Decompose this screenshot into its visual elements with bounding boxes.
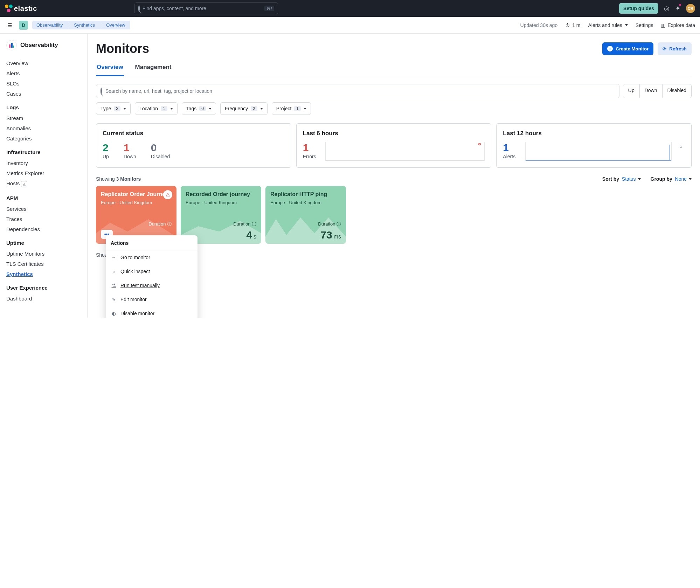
global-search[interactable]: Find apps, content, and more. ⌘/ (134, 2, 278, 14)
create-monitor-button[interactable]: + Create Monitor (602, 42, 653, 55)
monitor-search-input[interactable]: Search by name, url, host, tag, project … (96, 84, 619, 98)
chevron-down-icon (689, 178, 692, 180)
sidebar-group-header: APM (6, 195, 82, 201)
filter-tags[interactable]: Tags0 (182, 102, 216, 115)
monitor-name: Replicator Order Journey (101, 191, 172, 198)
sidebar-item-cases[interactable]: Cases (6, 89, 82, 99)
sidebar-item-anomalies[interactable]: Anomalies (6, 123, 82, 133)
sidebar-item-alerts[interactable]: Alerts (6, 68, 82, 78)
tabs: Overview Management (96, 64, 692, 76)
status-filter-up[interactable]: Up (623, 84, 639, 98)
filter-location[interactable]: Location1 (135, 102, 178, 115)
explore-data-link[interactable]: ▥ Explore data (661, 22, 695, 28)
global-header: elastic Find apps, content, and more. ⌘/… (0, 0, 700, 17)
current-status-card: Current status 2Up 1Down 0Disabled (96, 123, 291, 168)
popover-title: Actions (106, 235, 197, 250)
duration-label: Duration ⓘ (148, 221, 172, 227)
page-title: Monitors (96, 41, 149, 56)
chevron-down-icon (625, 24, 628, 26)
help-icon[interactable]: ⓘ (167, 221, 172, 227)
sidebar-item-slos[interactable]: SLOs (6, 78, 82, 89)
help-icon[interactable]: ⓘ (252, 221, 256, 227)
refresh-interval[interactable]: ⏱ 1 m (565, 22, 580, 28)
breadcrumb-item[interactable]: Synthetics (68, 21, 100, 29)
status-filter-down[interactable]: Down (639, 84, 662, 98)
group-by-control[interactable]: Group by None (651, 176, 692, 182)
action-run-test-manually[interactable]: ⚗Run test manually (106, 278, 197, 292)
stat-alerts-count: 1 (503, 142, 520, 154)
monitor-location: Europe - United Kingdom (270, 200, 341, 205)
action-quick-inspect[interactable]: ⌕Quick inspect (106, 264, 197, 278)
sidebar-item-metrics-explorer[interactable]: Metrics Explorer (6, 168, 82, 178)
help-icon[interactable]: ⓘ (337, 221, 341, 227)
inspect-icon[interactable]: ⌕ (677, 142, 685, 150)
sidebar-group-header: Uptime (6, 240, 82, 246)
status-filter-disabled[interactable]: Disabled (662, 84, 691, 98)
action-disable-monitor[interactable]: ◐Disable monitor (106, 306, 197, 318)
news-icon[interactable]: ✦ (675, 5, 680, 12)
brand-name: elastic (14, 5, 37, 13)
sidebar-item-dashboard[interactable]: Dashboard (6, 293, 82, 304)
monitor-name: Recorded Order journey (186, 191, 256, 198)
refresh-icon: ⟳ (663, 46, 666, 51)
global-search-placeholder: Find apps, content, and more. (143, 6, 208, 11)
chevron-down-icon (170, 108, 173, 110)
search-icon (101, 88, 102, 94)
sidebar: Observability OverviewAlertsSLOsCasesLog… (0, 34, 88, 318)
brand[interactable]: elastic (5, 5, 37, 13)
settings-link[interactable]: Settings (636, 22, 653, 28)
sidebar-item-hosts[interactable]: Hosts△ (6, 178, 82, 189)
last-6-hours-card: Last 6 hours 1Errors (296, 123, 492, 168)
nav-toggle-icon[interactable]: ☰ (5, 20, 15, 30)
sidebar-group-header: Logs (6, 104, 82, 110)
help-icon[interactable]: ◎ (664, 5, 670, 12)
tab-overview[interactable]: Overview (96, 64, 124, 76)
observability-app-icon (6, 40, 17, 50)
sidebar-item-categories[interactable]: Categories (6, 133, 82, 144)
sidebar-item-services[interactable]: Services (6, 204, 82, 214)
chevron-down-icon (260, 108, 263, 110)
svg-rect-0 (9, 44, 11, 48)
stat-disabled-count: 0 (151, 142, 170, 154)
sidebar-item-synthetics[interactable]: Synthetics (6, 269, 82, 279)
sidebar-item-inventory[interactable]: Inventory (6, 158, 82, 168)
user-avatar[interactable]: CR (686, 4, 695, 13)
filter-row: Type2Location1Tags0Frequency2Project1 (96, 102, 692, 115)
duration-value: 73ms (320, 229, 341, 241)
action-go-to-monitor[interactable]: →Go to monitor (106, 250, 197, 264)
duration-label: Duration ⓘ (318, 221, 341, 227)
plus-icon: + (607, 46, 613, 51)
sidebar-item-traces[interactable]: Traces (6, 214, 82, 224)
breadcrumb-item[interactable]: Observability (32, 21, 68, 29)
filter-project[interactable]: Project1 (272, 102, 311, 115)
sort-by-control[interactable]: Sort by Status (602, 176, 641, 182)
breadcrumb-item[interactable]: Overview (100, 21, 130, 29)
action-edit-monitor[interactable]: ✎Edit monitor (106, 292, 197, 306)
stat-down-count: 1 (124, 142, 136, 154)
duration-label: Duration ⓘ (233, 221, 256, 227)
setup-guides-button[interactable]: Setup guides (619, 3, 658, 14)
sidebar-item-uptime-monitors[interactable]: Uptime Monitors (6, 249, 82, 259)
chart-icon: ▥ (661, 22, 665, 28)
sidebar-group-header: User Experience (6, 285, 82, 291)
monitor-card[interactable]: Replicator HTTP pingEurope - United King… (265, 186, 346, 244)
timer-icon: ⏱ (565, 22, 570, 28)
beta-badge-icon: △ (21, 181, 27, 187)
filter-type[interactable]: Type2 (96, 102, 131, 115)
search-icon (138, 6, 140, 11)
refresh-button[interactable]: ⟳ Refresh (658, 42, 692, 55)
duration-value: 4s (246, 229, 256, 241)
sidebar-item-stream[interactable]: Stream (6, 113, 82, 123)
filter-frequency[interactable]: Frequency2 (220, 102, 268, 115)
errors-sparkline (325, 142, 485, 161)
action-icon: ⚗ (111, 283, 117, 288)
alerts-menu[interactable]: Alerts and rules (588, 22, 628, 28)
monitor-name: Replicator HTTP ping (270, 191, 341, 198)
space-selector[interactable]: D (19, 21, 28, 30)
updated-label: Updated 30s ago (520, 22, 558, 28)
sidebar-item-dependencies[interactable]: Dependencies (6, 224, 82, 234)
sidebar-item-tls-certificates[interactable]: TLS Certificates (6, 259, 82, 269)
tab-management[interactable]: Management (134, 64, 172, 76)
alert-icon: ⚠ (163, 190, 172, 199)
sidebar-item-overview[interactable]: Overview (6, 58, 82, 68)
